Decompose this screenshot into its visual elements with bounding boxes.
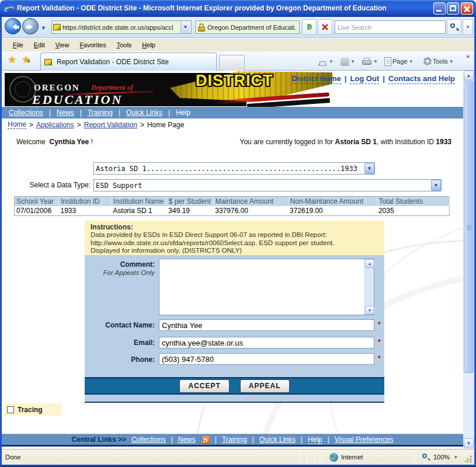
resize-grip[interactable]: [465, 455, 472, 462]
forward-button[interactable]: [22, 18, 39, 34]
search-icon: [450, 23, 458, 32]
tracing-checkbox[interactable]: [7, 406, 14, 413]
menu-help[interactable]: Help: [137, 40, 161, 50]
logo-department-text: Department of: [91, 83, 133, 92]
action-button-bar: ACCEPT APPEAL: [85, 377, 384, 395]
breadcrumb-current: Home Page: [147, 121, 184, 129]
rss-feed-icon: [341, 57, 349, 66]
contact-name-field[interactable]: [159, 319, 374, 331]
favorites-center-icon[interactable]: ★: [8, 54, 16, 66]
menu-view[interactable]: View: [50, 40, 75, 50]
breadcrumb-applications[interactable]: Applications: [36, 121, 74, 129]
search-go-button[interactable]: [447, 19, 461, 35]
scroll-down-icon[interactable]: ▼: [365, 306, 374, 315]
address-dropdown-icon[interactable]: ▼: [180, 21, 190, 33]
footer-help[interactable]: Help: [308, 435, 322, 444]
nav-quick-links[interactable]: Quick Links: [126, 109, 162, 117]
log-out-link[interactable]: Log Out: [350, 74, 379, 84]
logo-oregon-text: OREGON: [34, 83, 80, 93]
chevron-down-icon[interactable]: ▼: [364, 163, 374, 174]
district-home-link[interactable]: District Home: [291, 74, 341, 84]
home-icon: [317, 57, 328, 66]
menu-tools[interactable]: Tools: [112, 40, 137, 50]
stop-button[interactable]: [318, 19, 332, 35]
vertical-scrollbar[interactable]: ▲ ▼: [463, 71, 474, 448]
breadcrumb-report-validation[interactable]: Report Validation: [84, 121, 137, 129]
add-favorite-icon[interactable]: ★+: [22, 54, 30, 66]
window-border-bottom: [0, 465, 476, 467]
menu-bar: File Edit View Favorites Tools Help: [2, 39, 474, 51]
back-button[interactable]: [5, 18, 21, 34]
appeal-form-panel: Comment: For Appeals Only ▲ ▼ Contact Na…: [85, 255, 384, 403]
toolbar-overflow-chevron[interactable]: »: [466, 53, 470, 60]
gear-icon: [423, 57, 432, 65]
footer-quick-links[interactable]: Quick Links: [259, 435, 296, 444]
search-placeholder[interactable]: Live Search: [338, 24, 371, 31]
nav-help[interactable]: Help: [176, 109, 190, 117]
contacts-help-link[interactable]: Contacts and Help: [388, 74, 455, 84]
page-menu-button[interactable]: Page▼: [384, 55, 414, 68]
required-marker: *: [378, 320, 381, 329]
home-button[interactable]: ▼: [317, 55, 333, 68]
report-table: School Year Institution ID Institution N…: [14, 196, 450, 216]
district-banner-text: DISTRICT: [196, 72, 273, 90]
footer-news[interactable]: News: [178, 435, 196, 444]
comment-note: For Appeals Only: [85, 269, 155, 276]
search-options-dropdown[interactable]: ▼: [463, 19, 473, 35]
scroll-up-icon[interactable]: ▲: [464, 71, 474, 81]
rss-icon[interactable]: [202, 436, 210, 444]
page-content: OREGON Department of EDUCATION DISTRICT …: [2, 71, 463, 448]
close-button[interactable]: [461, 2, 473, 15]
district-select[interactable]: Astoria SD 1............................…: [93, 162, 375, 175]
maximize-button[interactable]: [447, 2, 459, 15]
footer-collections[interactable]: Collections: [131, 435, 166, 444]
nav-news[interactable]: News: [57, 109, 74, 117]
textarea-scrollbar[interactable]: ▲ ▼: [364, 259, 374, 315]
tracing-label: Tracing: [18, 406, 43, 414]
accept-button[interactable]: ACCEPT: [179, 379, 229, 393]
menu-file[interactable]: File: [8, 40, 29, 50]
lock-icon: [198, 23, 205, 32]
session-text: You are currently logged in for Astoria …: [240, 138, 451, 146]
command-bar: ★ ★+ Report Validation - ODE District Si…: [2, 51, 474, 71]
tab-report-validation[interactable]: Report Validation - ODE District Site: [40, 53, 217, 71]
history-dropdown-icon[interactable]: ▼: [41, 25, 46, 31]
new-tab-button[interactable]: [219, 55, 245, 71]
security-badge[interactable]: Oregon Department of Educati...: [195, 20, 300, 34]
title-bar[interactable]: e Report Validation - ODE District Site …: [0, 0, 476, 17]
zoom-dropdown-icon[interactable]: ▼: [453, 455, 458, 460]
user-name: Cynthia Yee: [49, 138, 89, 146]
scrollbar-thumb[interactable]: [464, 81, 474, 373]
logo-education-text: EDUCATION: [32, 92, 123, 107]
printer-icon: [362, 57, 372, 66]
security-zone: Internet: [329, 453, 414, 462]
refresh-icon: [305, 23, 314, 32]
nav-collections[interactable]: Collections: [9, 109, 43, 117]
chevron-down-icon[interactable]: ▼: [431, 180, 441, 191]
address-url[interactable]: https://district.ode.state.or.us/apps/ac…: [62, 24, 180, 31]
appeal-button[interactable]: APPEAL: [240, 379, 290, 393]
footer-training[interactable]: Training: [222, 435, 247, 444]
menu-favorites[interactable]: Favorites: [74, 40, 111, 50]
tools-menu-button[interactable]: Tools▼: [423, 55, 454, 68]
feeds-button[interactable]: ▼: [341, 55, 355, 68]
address-bar[interactable]: https://district.ode.state.or.us/apps/ac…: [51, 20, 192, 34]
footer-visual-preferences[interactable]: Visual Preferences: [335, 435, 394, 444]
scroll-up-icon[interactable]: ▲: [365, 259, 374, 268]
breadcrumb-home[interactable]: Home: [8, 120, 26, 129]
zoom-level: 100%: [433, 454, 450, 461]
scroll-down-icon[interactable]: ▼: [464, 438, 474, 448]
table-row: 07/01/2006 1933 Astoria SD 1 349.19 3379…: [15, 206, 450, 216]
phone-field[interactable]: [159, 353, 374, 365]
nav-training[interactable]: Training: [88, 109, 113, 117]
search-box[interactable]: Live Search: [335, 20, 446, 34]
refresh-button[interactable]: [302, 19, 317, 35]
minimize-button[interactable]: [433, 2, 446, 15]
comment-textarea[interactable]: ▲ ▼: [159, 259, 374, 315]
print-button[interactable]: ▼: [362, 55, 378, 68]
menu-edit[interactable]: Edit: [29, 40, 50, 50]
email-field[interactable]: [159, 337, 374, 348]
required-marker: *: [378, 338, 381, 346]
data-type-select[interactable]: ESD Support ▼: [93, 179, 442, 191]
tab-title: Report Validation - ODE District Site: [57, 58, 169, 66]
